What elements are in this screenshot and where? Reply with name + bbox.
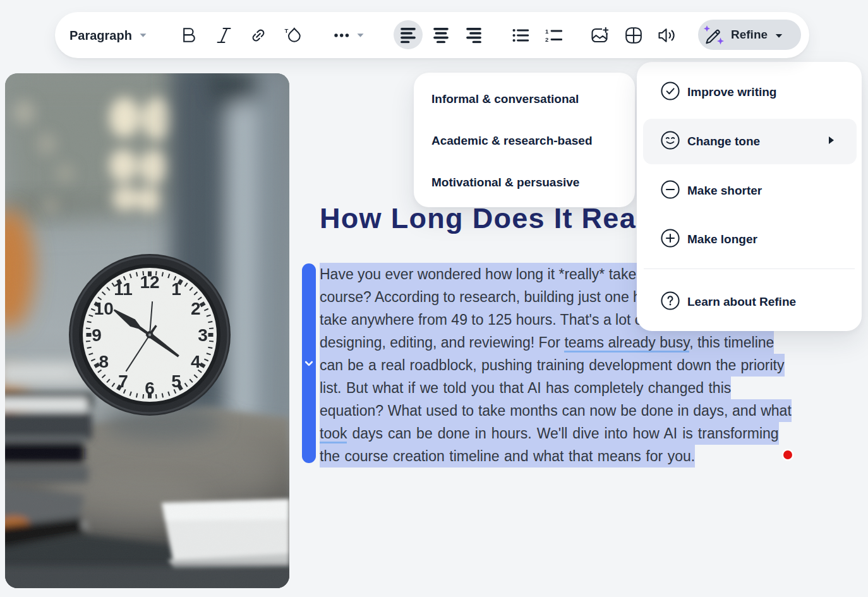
svg-text:2: 2: [545, 36, 548, 43]
svg-text:T: T: [285, 27, 289, 34]
svg-text:1: 1: [545, 28, 549, 35]
